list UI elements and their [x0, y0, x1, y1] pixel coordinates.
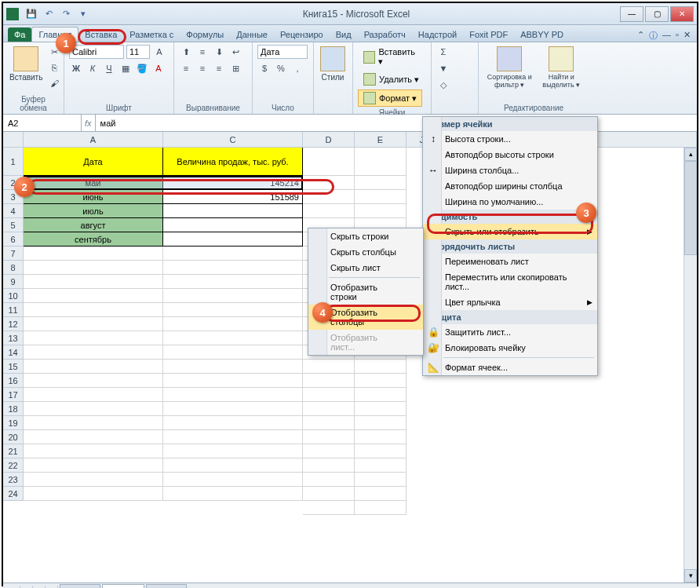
cell[interactable] — [24, 402, 163, 416]
fx-icon[interactable]: fx — [85, 119, 92, 128]
scroll-thumb[interactable] — [684, 161, 697, 255]
cell[interactable] — [355, 190, 407, 204]
menu-rename[interactable]: Переименовать лист — [423, 254, 597, 269]
menu-tab-color[interactable]: Цвет ярлычка▶ — [423, 294, 597, 310]
tab-abbyy[interactable]: ABBYY PD — [514, 27, 570, 42]
row-header-16[interactable]: 16 — [3, 374, 24, 388]
cell[interactable]: август — [24, 218, 163, 232]
cell[interactable] — [163, 360, 303, 374]
cell[interactable] — [303, 430, 355, 444]
menu-hide-show[interactable]: Скрыть или отобразить▶ — [423, 224, 597, 239]
cell[interactable]: июнь — [24, 190, 163, 204]
col-header-C[interactable]: C — [163, 132, 303, 148]
cell[interactable] — [303, 416, 355, 430]
cell[interactable] — [163, 247, 303, 261]
cell[interactable] — [163, 402, 303, 416]
cell[interactable] — [24, 458, 163, 473]
cell[interactable] — [355, 416, 407, 430]
format-painter-icon[interactable]: 🖌 — [47, 76, 61, 90]
cell[interactable] — [303, 374, 355, 388]
tab-review[interactable]: Рецензиро — [274, 27, 330, 42]
menu-row-height[interactable]: ↕Высота строки... — [423, 131, 597, 147]
cell[interactable] — [163, 345, 303, 360]
cell[interactable] — [163, 388, 303, 402]
row-header-2[interactable]: 2 — [3, 176, 24, 190]
currency-icon[interactable]: $ — [257, 61, 272, 75]
align-top-icon[interactable]: ⬆ — [179, 45, 193, 59]
row-header-20[interactable]: 20 — [3, 430, 24, 444]
row-header-11[interactable]: 11 — [3, 303, 24, 317]
cell[interactable] — [24, 430, 163, 444]
cell[interactable] — [303, 402, 355, 416]
cell[interactable] — [303, 444, 355, 458]
cell[interactable] — [24, 374, 163, 388]
menu-autofit-col[interactable]: Автоподбор ширины столбца — [423, 178, 597, 194]
submenu-hide-rows[interactable]: Скрыть строки — [308, 228, 423, 244]
cell[interactable] — [24, 345, 163, 360]
cell[interactable] — [355, 458, 407, 473]
menu-lock-cell[interactable]: 🔐Блокировать ячейку — [423, 340, 597, 356]
cell[interactable] — [163, 430, 303, 444]
tab-layout[interactable]: Разметка с — [123, 27, 180, 42]
cell[interactable] — [163, 289, 303, 303]
row-header-3[interactable]: 3 — [3, 190, 24, 204]
cell[interactable] — [163, 275, 303, 289]
font-size-select[interactable]: 11 — [126, 45, 150, 59]
submenu-hide-cols[interactable]: Скрыть столбцы — [308, 244, 423, 260]
scroll-up-icon[interactable]: ▴ — [684, 148, 697, 161]
cell[interactable] — [24, 303, 163, 317]
cell[interactable] — [355, 204, 407, 218]
vertical-scrollbar[interactable]: ▴ ▾ — [684, 148, 697, 583]
cell[interactable] — [163, 303, 303, 317]
cell[interactable] — [355, 388, 407, 402]
cell[interactable] — [163, 232, 303, 247]
cell[interactable] — [303, 204, 355, 218]
cell[interactable] — [24, 289, 163, 303]
doc-close-icon[interactable]: ✕ — [684, 30, 691, 42]
cell[interactable] — [355, 487, 407, 501]
name-box[interactable]: A2 — [3, 115, 82, 131]
cell[interactable] — [355, 430, 407, 444]
menu-default-width[interactable]: Ширина по умолчанию... — [423, 194, 597, 210]
select-all-corner[interactable] — [3, 132, 24, 148]
submenu-show-cols[interactable]: Отобразить столбцы — [308, 305, 423, 330]
formula-input[interactable]: май — [96, 115, 697, 131]
row-header-7[interactable]: 7 — [3, 247, 24, 261]
menu-protect-sheet[interactable]: 🔒Защитить лист... — [423, 324, 597, 340]
cell[interactable] — [163, 204, 303, 218]
cell[interactable]: Величина продаж, тыс. руб. — [163, 148, 303, 176]
cell[interactable] — [24, 388, 163, 402]
align-mid-icon[interactable]: ≡ — [195, 45, 210, 59]
row-header-19[interactable]: 19 — [3, 416, 24, 430]
cell[interactable] — [163, 444, 303, 458]
row-header-4[interactable]: 4 — [3, 204, 24, 218]
sheet-tab-1[interactable]: Лист1 — [60, 584, 100, 588]
row-header-1[interactable]: 1 — [3, 148, 24, 176]
menu-move-copy[interactable]: Переместить или скопировать лист... — [423, 269, 597, 294]
copy-icon[interactable]: ⎘ — [47, 60, 61, 75]
tab-data[interactable]: Данные — [230, 27, 274, 42]
row-header-13[interactable]: 13 — [3, 331, 24, 345]
cell[interactable] — [355, 501, 407, 515]
cell[interactable] — [163, 416, 303, 430]
cell[interactable] — [24, 275, 163, 289]
font-color-icon[interactable]: A — [151, 61, 166, 75]
cell[interactable] — [355, 374, 407, 388]
cell[interactable]: 151589 — [163, 190, 303, 204]
cell[interactable] — [355, 444, 407, 458]
qat-more-icon[interactable]: ▾ — [75, 6, 91, 22]
sheet-tab-2[interactable]: Лист2 — [102, 584, 144, 588]
align-center-icon[interactable]: ≡ — [195, 61, 210, 75]
file-tab[interactable]: Фа — [8, 27, 31, 42]
cell[interactable] — [303, 176, 355, 190]
minimize-button[interactable]: — — [620, 6, 643, 22]
find-select-button[interactable]: Найти и выделить ▾ — [539, 45, 584, 90]
cell[interactable] — [163, 331, 303, 345]
cell[interactable] — [163, 218, 303, 232]
doc-restore-icon[interactable]: ▫ — [676, 30, 679, 42]
cell[interactable] — [163, 487, 303, 501]
cell[interactable] — [24, 247, 163, 261]
row-header-12[interactable]: 12 — [3, 317, 24, 331]
merge-icon[interactable]: ⊞ — [228, 61, 242, 75]
delete-cells-button[interactable]: Удалить ▾ — [358, 71, 425, 88]
